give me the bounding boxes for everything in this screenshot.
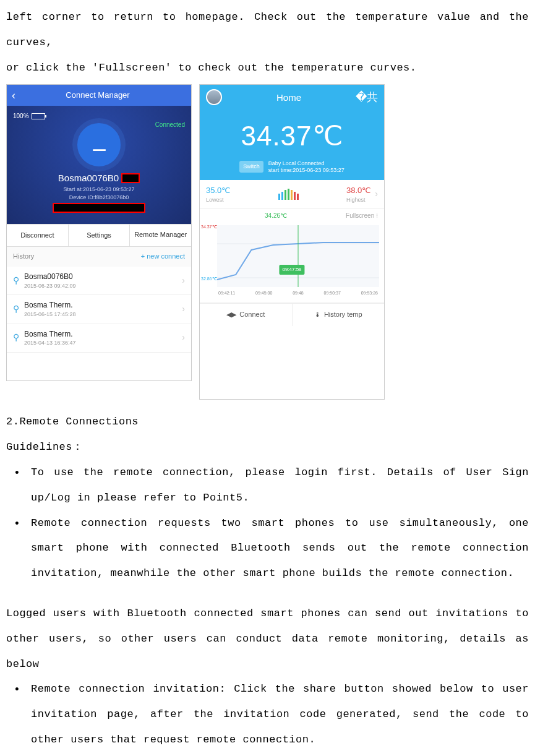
history-item[interactable]: ⚲ Bosma Therm. 2015-06-15 17:45:28 › <box>7 295 191 324</box>
guidelines-label: Guidelines： <box>6 435 529 460</box>
home-footer: ◀▶ Connect 🌡 History temp <box>200 303 384 325</box>
bluetooth-circle-icon[interactable]: ⚊ <box>77 123 121 166</box>
temperature-display: 34.37℃ <box>200 110 384 160</box>
temperature-value: 34.37℃ <box>200 117 384 155</box>
range-bars-icon <box>278 189 299 200</box>
history-item[interactable]: ⚲ Bosma0076B0 2015-06-23 09:42:09 › <box>7 267 191 295</box>
history-item-date: 2015-04-13 16:36:47 <box>24 339 182 347</box>
chart-header: 34.26℃ Fullscreen ⁝ <box>200 209 384 223</box>
screenshot-row: ‹ Connect Manager 100% Connected ⚊ Bosma… <box>6 84 529 400</box>
history-item-date: 2015-06-15 17:45:28 <box>24 311 182 319</box>
remote-manager-button[interactable]: Remote Manager <box>130 225 191 246</box>
history-temp-tab[interactable]: 🌡 History temp <box>293 304 385 325</box>
avatar-icon[interactable] <box>206 89 222 105</box>
bullet-item: Remote connection requests two smart pho… <box>6 511 529 586</box>
device-id: Device ID:f8b2f30076b0 <box>13 194 185 202</box>
y-axis-top: 34.37℃ <box>201 224 217 230</box>
connect-header-title: Connect Manager <box>20 90 175 101</box>
history-item-name: Bosma0076B0 <box>24 272 182 282</box>
home-subheader: Switch Baby Local Connected start time:2… <box>200 160 384 180</box>
connect-button-row: Disconnect Settings Remote Manager <box>7 224 191 247</box>
chevron-right-icon: › <box>182 275 185 287</box>
share-icon[interactable]: �共 <box>356 90 378 105</box>
speaker-icon: ◀▶ <box>226 310 236 319</box>
new-connect-button[interactable]: + new connect <box>141 252 185 261</box>
bullet-item: Remote connection invitation: Click the … <box>6 677 529 752</box>
connect-tab[interactable]: ◀▶ Connect <box>200 304 293 325</box>
battery-indicator: 100% <box>13 112 185 121</box>
device-start-at: Start at:2015-06-23 09:53:27 <box>13 186 185 194</box>
lowest-value: 35.0℃ <box>206 186 231 195</box>
bullet-item: To use the remote connection, please log… <box>6 460 529 511</box>
chevron-right-icon: › <box>182 332 185 344</box>
history-header: History + new connect <box>7 247 191 266</box>
connect-hero: 100% Connected ⚊ Bosma0076B0 Start at:20… <box>7 106 191 224</box>
screenshot-home: Home �共 34.37℃ Switch Baby Local Connect… <box>199 84 385 400</box>
back-icon[interactable]: ‹ <box>12 88 15 103</box>
y-axis-bottom: 32.86℃ <box>201 276 217 282</box>
bluetooth-icon: ⚲ <box>13 332 19 344</box>
fullscreen-button[interactable]: Fullscreen ⁝ <box>346 212 378 220</box>
redaction-box <box>121 173 140 183</box>
section-2-heading: 2.Remote Connections <box>6 410 529 435</box>
lowest-label: Lowest <box>206 196 231 204</box>
chevron-right-icon: › <box>182 303 185 316</box>
bluetooth-icon: ⚲ <box>13 275 19 287</box>
home-header: Home �共 <box>200 85 384 110</box>
history-item[interactable]: ⚲ Bosma Therm. 2015-04-13 16:36:47 › <box>7 324 191 353</box>
guidelines-list-2: Remote connection invitation: Click the … <box>6 677 529 752</box>
logged-users-paragraph: Logged users with Bluetooth connected sm… <box>6 601 529 677</box>
intro-line2: or click the 'Fullscreen' to check out t… <box>6 56 529 81</box>
battery-percent: 100% <box>13 112 29 121</box>
settings-button[interactable]: Settings <box>69 225 131 246</box>
highest-label: Highest <box>346 196 371 204</box>
chart-time-marker: 09:47:58 <box>279 265 304 274</box>
device-name: Bosma0076B0 <box>13 171 185 184</box>
connected-label: Connected <box>155 121 185 129</box>
temp-range-row[interactable]: 35.0℃ Lowest 38.0℃ Highest › <box>200 180 384 210</box>
sub-line2: start time:2015-06-23 09:53:27 <box>268 167 345 174</box>
disconnect-button[interactable]: Disconnect <box>7 225 69 246</box>
bluetooth-icon: ⚲ <box>13 303 19 316</box>
history-label: History <box>13 252 34 261</box>
redaction-box-large <box>53 203 145 213</box>
switch-button[interactable]: Switch <box>239 161 263 173</box>
thermometer-icon: 🌡 <box>314 310 321 319</box>
intro-line1: left corner to return to homepage. Check… <box>6 5 529 56</box>
temperature-chart[interactable]: 34.37℃ 32.86℃ 09:47:58 09:42:11 09:45:00… <box>200 223 384 303</box>
chart-x-axis: 09:42:11 09:45:00 09:48 09:50:37 09:53:2… <box>217 290 379 296</box>
highest-value: 38.0℃ <box>346 186 371 195</box>
home-title: Home <box>276 91 301 104</box>
history-item-name: Bosma Therm. <box>24 329 182 340</box>
current-temp: 34.26℃ <box>265 212 287 220</box>
screenshot-connect-manager: ‹ Connect Manager 100% Connected ⚊ Bosma… <box>6 84 192 381</box>
connect-header: ‹ Connect Manager <box>7 85 191 106</box>
chevron-right-icon: › <box>375 188 378 200</box>
history-item-name: Bosma Therm. <box>24 300 182 311</box>
guidelines-list: To use the remote connection, please log… <box>6 460 529 586</box>
history-item-date: 2015-06-23 09:42:09 <box>24 282 182 290</box>
sub-line1: Baby Local Connected <box>268 160 345 167</box>
